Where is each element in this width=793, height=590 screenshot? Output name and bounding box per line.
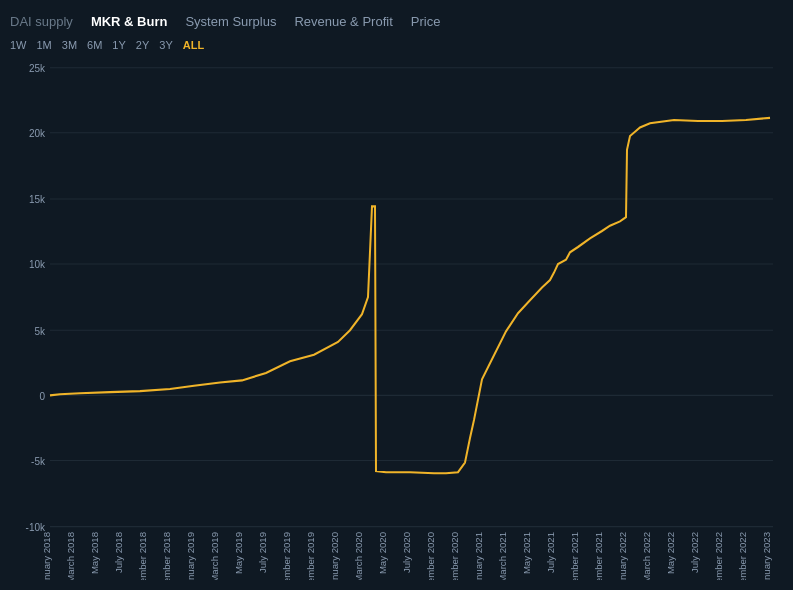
xlabel-23: November 2021 [594,532,604,580]
xlabel-17: November 2020 [450,532,460,580]
xlabel-18: January 2021 [474,532,484,580]
xlabel-16: September 2020 [426,532,436,580]
tab-revenue-profit[interactable]: Revenue & Profit [294,14,392,29]
ylabel-5k: 5k [34,325,45,336]
xlabel-25: March 2022 [642,532,652,580]
xlabel-9: July 2019 [258,532,268,573]
time-1y[interactable]: 1Y [112,39,125,51]
chart-svg: 25k 20k 15k 10k 5k 0 -5k -10k January 20… [10,57,783,580]
time-1m[interactable]: 1M [37,39,52,51]
xlabel-27: July 2022 [690,532,700,573]
xlabel-26: May 2022 [666,532,676,574]
xlabel-29: November 2022 [738,532,748,580]
xlabel-6: January 2019 [186,532,196,580]
xlabel-10: September 2019 [282,532,292,580]
time-3m[interactable]: 3M [62,39,77,51]
xlabel-20: May 2021 [522,532,532,574]
ylabel-25k: 25k [29,63,46,74]
ylabel-20k: 20k [29,128,46,139]
chart-area: 25k 20k 15k 10k 5k 0 -5k -10k January 20… [10,57,783,580]
xlabel-2: May 2018 [90,532,100,574]
time-1w[interactable]: 1W [10,39,27,51]
xlabel-8: May 2019 [234,532,244,574]
xlabel-3: July 2018 [114,532,124,573]
time-3y[interactable]: 3Y [159,39,172,51]
xlabel-30: January 2023 [762,532,772,580]
main-container: DAI supply MKR & Burn System Surplus Rev… [0,0,793,590]
xlabel-24: January 2022 [618,532,628,580]
xlabel-11: November 2019 [306,532,316,580]
xlabel-1: March 2018 [66,532,76,580]
ylabel-0: 0 [39,390,45,401]
nav-tabs: DAI supply MKR & Burn System Surplus Rev… [10,14,783,29]
mkr-burn-line [50,118,770,473]
time-2y[interactable]: 2Y [136,39,149,51]
xlabel-15: July 2020 [402,532,412,573]
xlabel-7: March 2019 [210,532,220,580]
tab-system-surplus[interactable]: System Surplus [185,14,276,29]
xlabel-5: November 2018 [162,532,172,580]
tab-price[interactable]: Price [411,14,441,29]
ylabel-neg5k: -5k [31,455,46,466]
tab-dai-supply[interactable]: DAI supply [10,14,73,29]
time-tabs: 1W 1M 3M 6M 1Y 2Y 3Y ALL [10,39,783,51]
xlabel-19: March 2021 [498,532,508,580]
ylabel-10k: 10k [29,259,46,270]
x-axis-labels: January 2018 March 2018 May 2018 July 20… [42,532,772,580]
tab-mkr-burn[interactable]: MKR & Burn [91,14,168,29]
xlabel-14: May 2020 [378,532,388,574]
xlabel-22: September 2021 [570,532,580,580]
xlabel-0: January 2018 [42,532,52,580]
xlabel-4: September 2018 [138,532,148,580]
xlabel-28: September 2022 [714,532,724,580]
time-6m[interactable]: 6M [87,39,102,51]
xlabel-12: January 2020 [330,532,340,580]
ylabel-15k: 15k [29,194,46,205]
xlabel-13: March 2020 [354,532,364,580]
time-all[interactable]: ALL [183,39,204,51]
xlabel-21: July 2021 [546,532,556,573]
